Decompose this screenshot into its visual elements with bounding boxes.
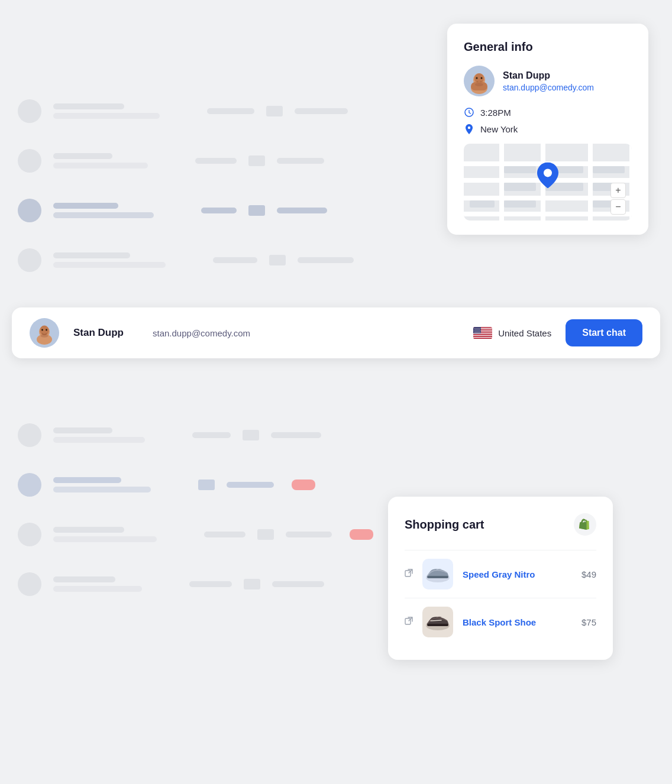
bar-country: ★★★★★★ ★★★★★ ★★★★★★ ★★★★★ ★★★★★★ United …	[473, 327, 551, 339]
bar-user-email: stan.dupp@comedy.com	[153, 328, 459, 338]
map-container: + −	[464, 144, 632, 221]
external-link-icon[interactable]	[405, 569, 413, 579]
zoom-in-button[interactable]: +	[610, 183, 626, 198]
svg-point-15	[41, 329, 43, 331]
svg-point-17	[41, 334, 49, 338]
location-icon	[464, 124, 474, 134]
svg-rect-25	[473, 333, 492, 335]
general-info-title: General info	[464, 40, 632, 54]
map-pin	[537, 162, 558, 190]
svg-rect-29	[473, 337, 492, 338]
product-price-2: $75	[581, 617, 596, 627]
product-name-2: Black Sport Shoe	[463, 617, 572, 627]
general-info-card: General info Stan Dupp stan.dupp@comedy.…	[447, 24, 648, 235]
svg-point-4	[476, 77, 478, 79]
time-row: 3:28PM	[464, 107, 632, 118]
time-text: 3:28PM	[480, 108, 511, 118]
product-image-1	[422, 559, 453, 589]
product-name-1: Speed Gray Nitro	[463, 569, 572, 579]
svg-rect-28	[473, 336, 492, 337]
svg-point-7	[475, 83, 483, 86]
svg-point-10	[544, 169, 552, 177]
cart-item: Black Sport Shoe $75	[405, 598, 596, 646]
user-name-email: Stan Dupp stan.dupp@comedy.com	[503, 70, 594, 92]
user-info-row: Stan Dupp stan.dupp@comedy.com	[464, 66, 632, 96]
start-chat-button[interactable]: Start chat	[566, 319, 642, 346]
location-text: New York	[480, 124, 518, 134]
svg-rect-27	[473, 335, 492, 336]
svg-rect-30	[473, 338, 492, 339]
selected-user-bar: Stan Dupp stan.dupp@comedy.com ★★	[12, 307, 660, 358]
product-price-1: $49	[581, 569, 596, 579]
svg-point-9	[468, 126, 470, 128]
external-link-icon-2[interactable]	[405, 617, 413, 627]
location-row: New York	[464, 124, 632, 134]
svg-point-5	[481, 77, 483, 79]
cart-header: Shopping cart	[405, 513, 596, 536]
bar-avatar	[30, 318, 59, 348]
product-image-2	[422, 607, 453, 637]
svg-rect-39	[427, 576, 448, 578]
svg-point-16	[46, 329, 47, 331]
shopify-icon	[574, 513, 596, 536]
user-email: stan.dupp@comedy.com	[503, 83, 594, 92]
user-name: Stan Dupp	[503, 70, 594, 81]
us-flag-icon: ★★★★★★ ★★★★★ ★★★★★★ ★★★★★ ★★★★★★	[473, 327, 492, 339]
svg-rect-42	[427, 624, 448, 626]
zoom-out-button[interactable]: −	[610, 199, 626, 215]
clock-icon	[464, 107, 474, 118]
cart-title: Shopping cart	[405, 518, 484, 532]
map-controls[interactable]: + −	[610, 183, 626, 215]
svg-rect-26	[473, 334, 492, 335]
cart-item: Speed Gray Nitro $49	[405, 550, 596, 598]
shopping-cart-card: Shopping cart	[388, 497, 613, 660]
bar-user-name: Stan Dupp	[73, 327, 138, 339]
country-text: United States	[498, 328, 551, 338]
avatar	[464, 66, 495, 96]
